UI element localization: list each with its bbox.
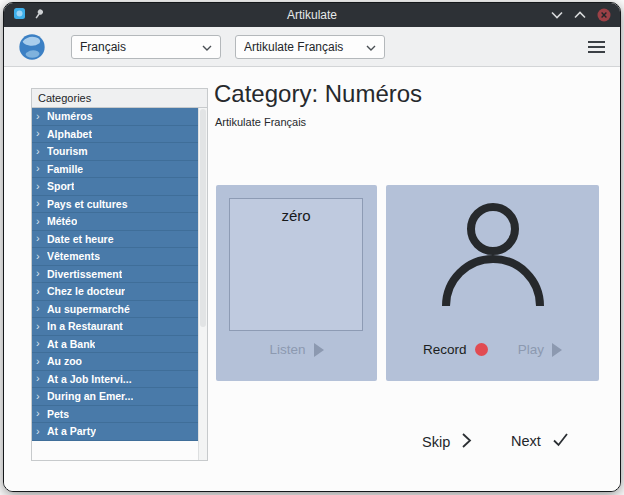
sidebar-item-category[interactable]: › Vêtements — [32, 248, 198, 266]
sidebar-item-category[interactable]: › Numéros — [32, 108, 198, 126]
chevron-right-icon: › — [36, 181, 47, 192]
play-label: Play — [518, 342, 544, 357]
phrase-text: zéro — [281, 207, 310, 330]
chevron-right-icon: › — [36, 233, 47, 244]
category-label: Vêtements — [47, 250, 100, 262]
sidebar-item-category[interactable]: › Famille — [32, 161, 198, 179]
language-combobox[interactable]: Français — [71, 35, 221, 59]
play-icon — [314, 343, 324, 357]
chevron-right-icon: › — [36, 303, 47, 314]
chevron-right-icon: › — [36, 111, 47, 122]
chevron-right-icon: › — [36, 373, 47, 384]
phrase-box: zéro — [229, 198, 363, 331]
category-label: Sport — [47, 180, 74, 192]
sidebar-item-category[interactable]: › Au supermarché — [32, 301, 198, 319]
next-label: Next — [511, 433, 541, 449]
hamburger-menu-button[interactable] — [586, 37, 607, 57]
page-subtitle: Artikulate Français — [215, 116, 306, 128]
minimize-button[interactable] — [551, 11, 563, 19]
sidebar-item-category[interactable]: › At a Party — [32, 423, 198, 441]
listen-label: Listen — [269, 342, 305, 357]
category-label: Date et heure — [47, 233, 114, 245]
chevron-right-icon — [461, 432, 472, 452]
category-label: Météo — [47, 215, 77, 227]
chevron-down-icon — [202, 40, 212, 54]
toolbar: Français Artikulate Français — [4, 27, 620, 67]
sidebar-item-category[interactable]: › Au zoo — [32, 353, 198, 371]
chevron-right-icon: › — [36, 356, 47, 367]
chevron-right-icon: › — [36, 408, 47, 419]
sidebar-item-category[interactable]: › Tourism — [32, 143, 198, 161]
category-label: Pets — [47, 408, 69, 420]
content-area: Categories › Numéros › Alphabet › Touris… — [4, 67, 620, 491]
sidebar-item-category[interactable]: › At a Bank — [32, 336, 198, 354]
chevron-right-icon: › — [36, 338, 47, 349]
category-label: During an Emer... — [47, 390, 133, 402]
chevron-right-icon: › — [36, 128, 47, 139]
skip-button[interactable]: Skip — [422, 432, 472, 452]
page-title: Category: Numéros — [214, 80, 422, 108]
scrollbar-thumb[interactable] — [200, 109, 206, 327]
play-button[interactable]: Play — [518, 342, 562, 357]
maximize-button[interactable] — [574, 11, 586, 19]
category-list: › Numéros › Alphabet › Tourism › Famille… — [32, 108, 198, 460]
chevron-right-icon: › — [36, 251, 47, 262]
category-label: Famille — [47, 163, 83, 175]
globe-icon — [17, 32, 47, 62]
categories-header: Categories — [32, 89, 207, 108]
titlebar: Artikulate — [4, 3, 620, 27]
titlebar-pin-icon[interactable] — [33, 6, 45, 24]
chevron-right-icon: › — [36, 163, 47, 174]
record-dot-icon — [475, 343, 488, 356]
checkmark-icon — [552, 432, 569, 450]
sidebar-item-category[interactable]: › Alphabet — [32, 126, 198, 144]
skip-label: Skip — [422, 434, 450, 450]
next-button[interactable]: Next — [511, 432, 569, 450]
record-button[interactable]: Record — [423, 342, 488, 357]
sidebar-item-category[interactable]: › Divertissement — [32, 266, 198, 284]
record-card: Record Play — [386, 185, 599, 381]
category-label: In a Restaurant — [47, 320, 123, 332]
chevron-right-icon: › — [36, 321, 47, 332]
category-label: Chez le docteur — [47, 285, 125, 297]
category-label: At a Bank — [47, 338, 95, 350]
chevron-right-icon: › — [36, 426, 47, 437]
category-label: Alphabet — [47, 128, 92, 140]
sidebar-item-category[interactable]: › During an Emer... — [32, 388, 198, 406]
category-label: Numéros — [47, 110, 93, 122]
chevron-right-icon: › — [36, 268, 47, 279]
course-combobox[interactable]: Artikulate Français — [235, 35, 385, 59]
window-title: Artikulate — [4, 8, 620, 22]
close-button[interactable] — [597, 8, 611, 22]
sidebar-item-category[interactable]: › At a Job Intervi... — [32, 371, 198, 389]
sidebar-item-category[interactable]: › Date et heure — [32, 231, 198, 249]
chevron-right-icon: › — [36, 216, 47, 227]
sidebar-item-category[interactable]: › Météo — [32, 213, 198, 231]
sidebar-scrollbar[interactable] — [198, 108, 207, 460]
person-icon — [435, 202, 551, 316]
chevron-right-icon: › — [36, 146, 47, 157]
sidebar-item-category[interactable]: › Chez le docteur — [32, 283, 198, 301]
listen-button[interactable]: Listen — [269, 342, 323, 357]
category-label: Au supermarché — [47, 303, 130, 315]
category-label: At a Job Intervi... — [47, 373, 132, 385]
category-label: At a Party — [47, 425, 96, 437]
chevron-right-icon: › — [36, 391, 47, 402]
phrase-card: zéro Listen — [216, 185, 377, 381]
chevron-right-icon: › — [36, 198, 47, 209]
sidebar-item-category[interactable]: › Sport — [32, 178, 198, 196]
language-combobox-value: Français — [80, 40, 202, 54]
category-label: Tourism — [47, 145, 88, 157]
record-label: Record — [423, 342, 467, 357]
titlebar-app-icon — [13, 6, 26, 24]
categories-sidebar: Categories › Numéros › Alphabet › Touris… — [31, 88, 208, 461]
sidebar-item-category[interactable]: › Pays et cultures — [32, 196, 198, 214]
course-combobox-value: Artikulate Français — [244, 40, 366, 54]
category-label: Au zoo — [47, 355, 82, 367]
play-icon — [552, 343, 562, 357]
chevron-right-icon: › — [36, 286, 47, 297]
sidebar-item-category[interactable]: › Pets — [32, 406, 198, 424]
sidebar-item-category[interactable]: › In a Restaurant — [32, 318, 198, 336]
app-window: Artikulate Français Artikulate — [3, 2, 621, 492]
category-label: Pays et cultures — [47, 198, 128, 210]
